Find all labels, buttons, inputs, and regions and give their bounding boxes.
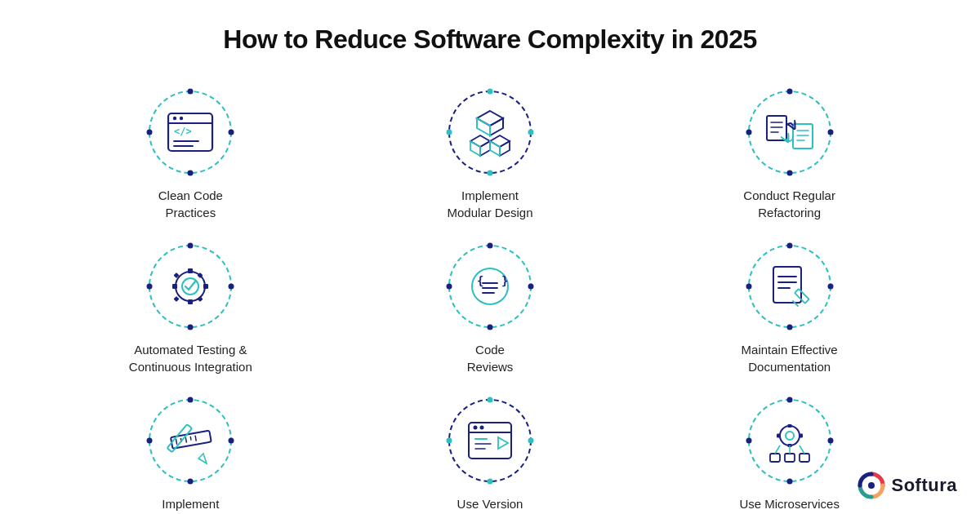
card-label-microservices: Use MicroservicesArchitecture <box>739 495 840 514</box>
svg-marker-21 <box>477 118 490 135</box>
svg-line-118 <box>775 445 780 454</box>
svg-rect-53 <box>174 296 180 302</box>
svg-marker-22 <box>470 135 490 147</box>
icon-wrapper-design-patterns <box>145 396 235 485</box>
icon-wrapper-microservices <box>745 396 835 485</box>
svg-point-32 <box>786 171 792 176</box>
svg-marker-90 <box>198 454 207 463</box>
icon-refactoring <box>760 103 819 162</box>
card-label-modular-design: ImplementModular Design <box>447 187 532 221</box>
svg-point-92 <box>487 397 492 403</box>
svg-rect-114 <box>800 434 803 438</box>
icon-wrapper-documentation <box>745 241 835 331</box>
svg-point-30 <box>827 130 833 135</box>
card-clean-code: </> Clean CodePractices <box>49 79 332 225</box>
svg-rect-111 <box>787 424 791 428</box>
svg-point-7 <box>173 117 176 120</box>
icon-wrapper-version-control <box>445 396 535 485</box>
icon-automated-testing <box>161 257 220 316</box>
svg-point-70 <box>746 284 751 290</box>
svg-point-95 <box>528 438 533 444</box>
softura-logo-icon <box>858 472 885 499</box>
svg-point-57 <box>487 243 492 249</box>
card-label-code-reviews: CodeReviews <box>467 341 514 375</box>
svg-point-3 <box>147 130 153 135</box>
svg-point-69 <box>786 325 792 330</box>
svg-point-29 <box>786 89 792 95</box>
card-documentation: Maintain EffectiveDocumentation <box>648 233 931 379</box>
card-label-clean-code: Clean CodePractices <box>158 187 223 221</box>
card-label-version-control: Use VersionControl Systems <box>445 495 535 514</box>
svg-marker-25 <box>490 135 510 147</box>
svg-line-84 <box>176 439 177 445</box>
svg-rect-116 <box>785 454 795 462</box>
softura-logo-text: Softura <box>892 475 958 496</box>
svg-point-94 <box>446 438 452 444</box>
svg-point-71 <box>827 284 833 290</box>
cards-grid: </> Clean CodePractices <box>49 79 931 514</box>
svg-marker-24 <box>470 141 480 156</box>
svg-point-107 <box>746 438 751 444</box>
card-version-control: Use VersionControl Systems <box>349 388 632 514</box>
svg-point-99 <box>479 426 483 430</box>
svg-rect-115 <box>770 454 780 462</box>
page-title: How to Reduce Software Complexity in 202… <box>223 24 756 55</box>
svg-point-108 <box>827 438 833 444</box>
svg-point-16 <box>528 130 533 135</box>
svg-point-98 <box>473 426 477 430</box>
svg-point-1 <box>188 89 194 95</box>
card-label-design-patterns: ImplementDesign Patterns <box>147 495 234 514</box>
svg-line-87 <box>190 436 191 441</box>
svg-point-13 <box>487 89 492 95</box>
card-label-refactoring: Conduct RegularRefactoring <box>743 187 835 221</box>
svg-point-82 <box>229 438 234 444</box>
card-design-patterns: ImplementDesign Patterns <box>49 388 332 514</box>
card-modular-design: ImplementModular Design <box>349 79 632 225</box>
svg-rect-48 <box>188 299 193 304</box>
svg-point-60 <box>528 284 533 290</box>
svg-point-79 <box>188 397 194 403</box>
svg-point-109 <box>780 426 800 445</box>
svg-marker-20 <box>490 118 503 135</box>
icon-version-control <box>461 411 519 470</box>
svg-point-44 <box>147 284 153 290</box>
icon-wrapper-modular-design <box>445 87 535 177</box>
svg-line-88 <box>195 436 196 441</box>
svg-rect-33 <box>767 116 786 140</box>
svg-point-106 <box>786 479 792 485</box>
softura-logo: Softura <box>858 472 958 499</box>
svg-point-59 <box>446 284 452 290</box>
icon-documentation <box>760 257 819 316</box>
icon-code-reviews: { } <box>461 257 519 316</box>
svg-marker-103 <box>498 437 508 449</box>
svg-point-15 <box>446 130 452 135</box>
icon-wrapper-clean-code: </> <box>145 87 235 177</box>
card-label-documentation: Maintain EffectiveDocumentation <box>742 341 838 375</box>
svg-rect-49 <box>172 284 177 289</box>
svg-point-4 <box>229 130 234 135</box>
icon-wrapper-refactoring <box>745 87 835 177</box>
svg-line-86 <box>186 437 187 443</box>
svg-point-81 <box>147 438 153 444</box>
svg-rect-50 <box>203 284 208 289</box>
svg-rect-37 <box>793 124 813 148</box>
svg-text:</>: </> <box>174 126 192 137</box>
svg-marker-17 <box>477 111 503 126</box>
svg-text:{: { <box>477 274 483 287</box>
svg-point-42 <box>188 243 194 249</box>
svg-marker-27 <box>490 141 500 156</box>
svg-text:}: } <box>501 274 508 287</box>
card-automated-testing: Automated Testing &Continuous Integratio… <box>49 233 332 379</box>
svg-point-110 <box>786 432 794 440</box>
svg-rect-54 <box>198 296 203 302</box>
card-label-automated-testing: Automated Testing &Continuous Integratio… <box>129 341 252 375</box>
svg-point-58 <box>487 325 492 330</box>
svg-point-14 <box>487 171 492 176</box>
svg-point-45 <box>229 284 234 290</box>
svg-point-123 <box>868 482 875 489</box>
svg-point-2 <box>188 171 194 176</box>
card-refactoring: Conduct RegularRefactoring <box>648 79 931 225</box>
svg-point-93 <box>487 479 492 485</box>
svg-line-120 <box>800 445 804 454</box>
svg-point-68 <box>786 243 792 249</box>
